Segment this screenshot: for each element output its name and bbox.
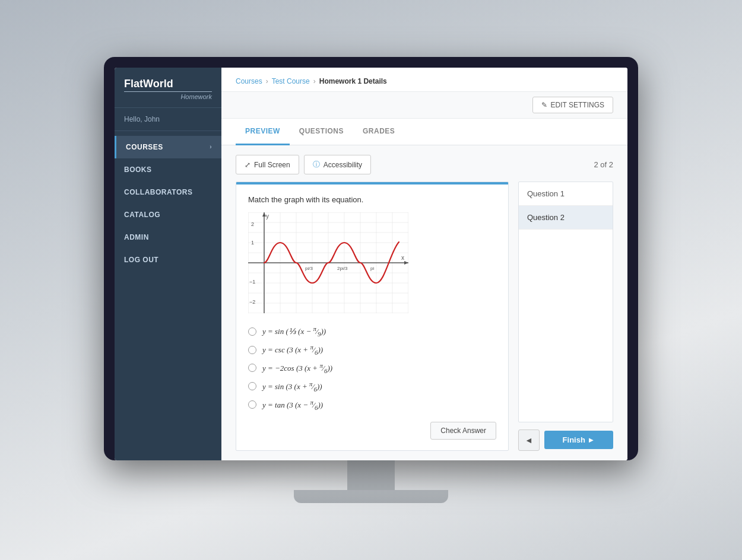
choice-c: y = −2cos (3 (x + π⁄6)) (248, 362, 496, 374)
user-greeting: Hello, John (115, 108, 221, 131)
logo-title: FlatWorld (124, 78, 212, 90)
check-answer-row: Check Answer (248, 422, 496, 440)
monitor-base (294, 490, 448, 503)
logo-subtitle: Homework (124, 91, 212, 100)
question-prompt: Match the graph with its equation. (248, 195, 496, 204)
graph-container: x y 1 −1 2 −2 pi/3 (248, 212, 496, 313)
tab-grades[interactable]: GRADES (353, 119, 404, 145)
pencil-icon: ✎ (541, 101, 547, 109)
breadcrumb-current: Homework 1 Details (319, 77, 387, 85)
sidebar-item-logout[interactable]: LOG OUT (115, 249, 221, 271)
sidebar-nav: COURSES › BOOKS COLLABORATORS CATALOG AD… (115, 131, 221, 460)
svg-text:x: x (401, 254, 404, 261)
sidebar-item-logout-label: LOG OUT (124, 256, 158, 264)
sine-wave-graph: x y 1 −1 2 −2 pi/3 (248, 212, 408, 313)
sidebar-item-admin-label: ADMIN (124, 233, 149, 241)
question-main-panel: Match the graph with its equation. (236, 182, 509, 451)
question-list-item-2[interactable]: Question 2 (519, 206, 613, 230)
choice-radio-e[interactable] (248, 400, 256, 409)
accessibility-label: Accessibility (324, 161, 362, 169)
choice-a: y = sin (⅓ (x − π⁄9)) (248, 325, 496, 338)
question-list: Question 1 Question 2 (518, 182, 613, 422)
toolbar-left: ⤢ Full Screen ⓘ Accessibility (236, 155, 371, 174)
full-screen-button[interactable]: ⤢ Full Screen (236, 155, 299, 174)
svg-text:y: y (266, 213, 269, 219)
question-list-item-1[interactable]: Question 1 (519, 182, 613, 206)
choice-e-formula: y = tan (3 (x − π⁄6)) (262, 399, 323, 411)
sidebar: FlatWorld Homework Hello, John COURSES ›… (115, 68, 221, 460)
choice-d: y = sin (3 (x + π⁄6)) (248, 380, 496, 393)
breadcrumb-courses[interactable]: Courses (236, 77, 262, 85)
prev-icon: ◄ (525, 435, 533, 445)
breadcrumb-test-course[interactable]: Test Course (272, 77, 310, 85)
sidebar-item-books-label: BOOKS (124, 166, 152, 174)
top-bar: ✎ EDIT SETTINGS (221, 92, 627, 119)
page-counter: 2 of 2 (594, 160, 613, 169)
full-screen-label: Full Screen (254, 161, 290, 169)
accessibility-button[interactable]: ⓘ Accessibility (304, 155, 371, 174)
breadcrumb: Courses › Test Course › Homework 1 Detai… (221, 68, 627, 92)
choice-a-formula: y = sin (⅓ (x − π⁄9)) (262, 325, 326, 338)
full-screen-icon: ⤢ (245, 161, 250, 169)
edit-settings-label: EDIT SETTINGS (551, 101, 604, 109)
choice-radio-d[interactable] (248, 382, 256, 390)
sidebar-item-admin[interactable]: ADMIN (115, 226, 221, 249)
svg-text:−1: −1 (249, 279, 255, 285)
edit-settings-button[interactable]: ✎ EDIT SETTINGS (532, 97, 613, 113)
sidebar-item-catalog-label: CATALOG (124, 211, 160, 219)
choice-b: y = csc (3 (x + π⁄6)) (248, 343, 496, 356)
chevron-right-icon: › (210, 144, 212, 150)
question-body: Match the graph with its equation. (236, 184, 508, 450)
sidebar-item-collaborators-label: COLLABORATORS (124, 188, 192, 196)
sidebar-item-courses[interactable]: COURSES › (115, 136, 221, 158)
logo: FlatWorld Homework (115, 68, 221, 108)
choice-e: y = tan (3 (x − π⁄6)) (248, 399, 496, 411)
check-answer-button[interactable]: Check Answer (430, 422, 496, 440)
choice-radio-a[interactable] (248, 327, 256, 336)
monitor-stand (294, 460, 448, 503)
choice-radio-b[interactable] (248, 346, 256, 354)
sidebar-item-books[interactable]: BOOKS (115, 158, 221, 181)
monitor-neck (347, 460, 395, 490)
tab-questions[interactable]: QUESTIONS (290, 119, 353, 145)
accessibility-icon: ⓘ (313, 160, 320, 170)
svg-text:pi: pi (370, 266, 374, 271)
choice-b-formula: y = csc (3 (x + π⁄6)) (262, 343, 323, 356)
question-sidebar: Question 1 Question 2 ◄ Finish ► (518, 182, 613, 451)
finish-button[interactable]: Finish ► (544, 431, 613, 449)
svg-text:−2: −2 (249, 299, 255, 305)
prev-button[interactable]: ◄ (518, 429, 540, 451)
svg-text:pi/3: pi/3 (305, 266, 313, 271)
screen: FlatWorld Homework Hello, John COURSES ›… (115, 68, 627, 460)
breadcrumb-sep-1: › (266, 77, 268, 85)
choice-c-formula: y = −2cos (3 (x + π⁄6)) (262, 362, 332, 374)
sidebar-item-catalog[interactable]: CATALOG (115, 203, 221, 226)
breadcrumb-sep-2: › (313, 77, 316, 85)
svg-text:2pi/3: 2pi/3 (337, 266, 348, 271)
sidebar-item-collaborators[interactable]: COLLABORATORS (115, 181, 221, 203)
tabs-bar: PREVIEW QUESTIONS GRADES (221, 119, 627, 145)
main-content: Courses › Test Course › Homework 1 Detai… (221, 68, 627, 460)
question-layout: Match the graph with its equation. (236, 182, 613, 451)
svg-text:1: 1 (251, 240, 254, 246)
tab-preview[interactable]: PREVIEW (236, 119, 290, 145)
content-area: ⤢ Full Screen ⓘ Accessibility 2 of 2 (221, 145, 627, 460)
monitor: FlatWorld Homework Hello, John COURSES ›… (104, 57, 638, 460)
sidebar-item-courses-label: COURSES (126, 143, 163, 151)
choice-radio-c[interactable] (248, 364, 256, 372)
svg-text:2: 2 (251, 221, 254, 227)
answer-choices: y = sin (⅓ (x − π⁄9)) y = csc (3 (x + π⁄… (248, 325, 496, 411)
nav-buttons: ◄ Finish ► (518, 429, 613, 451)
choice-d-formula: y = sin (3 (x + π⁄6)) (262, 380, 322, 393)
content-toolbar: ⤢ Full Screen ⓘ Accessibility 2 of 2 (236, 155, 613, 174)
